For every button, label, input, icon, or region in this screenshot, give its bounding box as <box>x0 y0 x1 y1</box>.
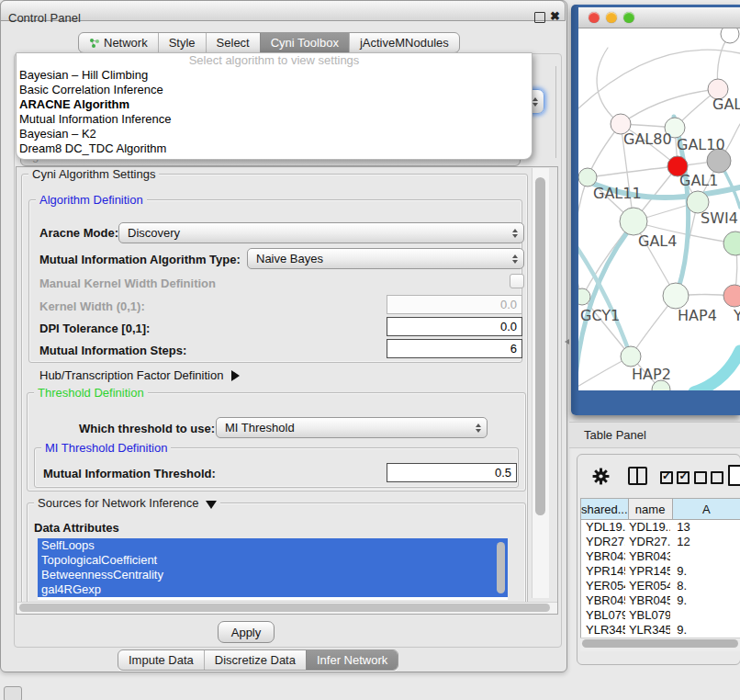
dock-mini-button[interactable] <box>4 686 22 700</box>
table-row[interactable]: YBR045CYBR045C9. <box>581 593 740 608</box>
tab-discretize-data[interactable]: Discretize Data <box>204 650 306 670</box>
data-attributes-list[interactable]: SelfLoopsTopologicalCoefficientBetweenne… <box>38 538 508 600</box>
table-cell[interactable]: YBR045C <box>625 593 670 608</box>
table-cell[interactable]: 13 <box>670 520 740 535</box>
column-header-name[interactable]: name <box>629 499 673 519</box>
mi-algorithm-type-combo[interactable]: Naive Bayes <box>247 248 524 269</box>
table-file-icon[interactable] <box>728 465 740 486</box>
node-green-right[interactable] <box>723 231 740 255</box>
node-table: shared...nameA YDL19...YDL19...13YDR27..… <box>580 498 740 639</box>
node-top-partial[interactable] <box>721 28 739 43</box>
table-cell[interactable]: YBL079W <box>625 608 670 623</box>
attribute-item-gal4rgexp[interactable]: gal4RGexp <box>38 582 508 597</box>
float-window-icon[interactable] <box>534 12 545 23</box>
apply-button[interactable]: Apply <box>218 621 275 643</box>
table-cell[interactable]: YBR045C <box>581 593 625 608</box>
table-cell[interactable]: YPR145W <box>581 564 625 579</box>
mi-steps-field[interactable]: 6 <box>387 339 522 358</box>
table-cell[interactable]: 8. <box>670 579 740 593</box>
network-edge[interactable] <box>694 351 740 390</box>
close-window-icon[interactable]: ✖ <box>550 9 560 23</box>
sources-title[interactable]: Sources for Network Inference <box>34 496 220 510</box>
table-cell[interactable]: YDL19... <box>581 520 625 535</box>
algorithm-option-bayesian-k2[interactable]: Bayesian – K2 <box>17 127 532 141</box>
which-threshold-combo[interactable]: MI Threshold <box>216 417 488 438</box>
table-horizontal-scrollbar-thumb[interactable] <box>582 639 738 648</box>
kernel-width-field[interactable]: 0.0 <box>387 295 522 314</box>
dpi-tolerance-field[interactable]: 0.0 <box>387 317 522 336</box>
network-canvas[interactable]: GAL7GAL80GAL10GAL1GAL11SWI4GAL4GCY1HAP4Y… <box>578 28 740 390</box>
mi-threshold-field[interactable]: 0.5 <box>387 463 517 482</box>
table-cell[interactable]: YBL079W <box>581 608 625 623</box>
table-row[interactable]: YER054CYER054C8. <box>581 579 740 593</box>
panel-divider-grip[interactable] <box>565 339 569 344</box>
node-gal11[interactable] <box>578 168 597 186</box>
tab-impute-data[interactable]: Impute Data <box>118 650 204 670</box>
hub-tf-definition-toggle[interactable]: Hub/Transcription Factor Definition <box>39 368 240 382</box>
control-panel-titlebar[interactable] <box>0 0 566 21</box>
network-edge[interactable] <box>588 166 678 177</box>
table-row[interactable]: YLR345WYLR345W9. <box>581 623 740 638</box>
attribute-item-selfloops[interactable]: SelfLoops <box>38 538 508 553</box>
column-header-a[interactable]: A <box>673 499 740 519</box>
tab-label: Style <box>169 33 196 52</box>
network-edge[interactable] <box>597 48 621 124</box>
cyni-settings-title: Cyni Algorithm Settings <box>28 167 159 181</box>
algorithm-option-aracne-algorithm[interactable]: ARACNE Algorithm <box>17 97 532 112</box>
aracne-mode-combo[interactable]: Discovery <box>118 222 524 243</box>
table-cell[interactable]: YPR145W <box>625 564 670 579</box>
table-cell[interactable]: YER054C <box>581 579 625 593</box>
tab-jactivemnodules[interactable]: jActiveMNodules <box>349 33 459 52</box>
gear-icon[interactable] <box>591 467 611 490</box>
node-hap2[interactable] <box>621 346 641 367</box>
algorithm-option-dream8-dc-tdc-algorithm[interactable]: Dream8 DC_TDC Algorithm <box>17 141 532 156</box>
table-cell[interactable] <box>670 608 740 623</box>
table-cell[interactable]: YLR345W <box>625 623 670 638</box>
zoom-traffic-light-icon[interactable] <box>623 12 634 23</box>
table-cell[interactable]: YDR27... <box>581 535 625 549</box>
node-hap4[interactable] <box>663 283 689 309</box>
tab-cyni-toolbox[interactable]: Cyni Toolbox <box>260 33 349 52</box>
table-cell[interactable]: 12 <box>670 535 740 549</box>
table-cell[interactable]: YDL19... <box>625 520 670 535</box>
attributes-list-scrollbar[interactable] <box>497 542 505 593</box>
table-row[interactable]: YBR043CYBR043C <box>581 549 740 564</box>
settings-vertical-scrollbar-thumb[interactable] <box>535 177 545 515</box>
table-cell[interactable]: YBR043C <box>581 549 625 564</box>
table-row[interactable]: YPR145WYPR145W9. <box>581 564 740 579</box>
tab-style[interactable]: Style <box>158 33 206 52</box>
minimize-traffic-light-icon[interactable] <box>606 12 617 23</box>
column-header-shared[interactable]: shared... <box>581 499 629 519</box>
select-all-checks-icon[interactable] <box>660 471 690 488</box>
attribute-item-betweennesscentrality[interactable]: BetweennessCentrality <box>38 568 508 582</box>
settings-horizontal-scrollbar-thumb[interactable] <box>19 604 550 612</box>
algorithm-option-basic-correlation-inference[interactable]: Basic Correlation Inference <box>17 83 532 97</box>
table-cell[interactable]: YBR043C <box>625 549 670 564</box>
table-cell[interactable]: 9. <box>670 593 740 608</box>
table-cell[interactable]: YLR345W <box>581 623 625 638</box>
attribute-item-topologicalcoefficient[interactable]: TopologicalCoefficient <box>38 553 508 568</box>
network-edge[interactable] <box>578 177 588 297</box>
tab-network[interactable]: Network <box>79 33 158 52</box>
node-gcy1[interactable] <box>578 288 590 305</box>
table-cell[interactable] <box>670 549 740 564</box>
table-cell[interactable]: 9. <box>670 623 740 638</box>
table-row[interactable]: YBL079WYBL079W <box>581 608 740 623</box>
table-cell[interactable]: YER054C <box>625 579 670 593</box>
tab-select[interactable]: Select <box>206 33 260 52</box>
node-gal4[interactable] <box>620 208 647 235</box>
manual-kernel-width-checkbox[interactable] <box>510 274 524 288</box>
deselect-all-checks-icon[interactable] <box>694 471 723 488</box>
table-cell[interactable]: 9. <box>670 564 740 579</box>
close-traffic-light-icon[interactable] <box>589 12 600 23</box>
tab-infer-network[interactable]: Infer Network <box>306 650 398 670</box>
network-view[interactable]: GAL7GAL80GAL10GAL1GAL11SWI4GAL4GCY1HAP4Y… <box>578 28 740 390</box>
algorithm-option-bayesian-hill-climbing[interactable]: Bayesian – Hill Climbing <box>17 68 532 83</box>
table-cell[interactable]: YDR27... <box>625 535 670 549</box>
algorithm-option-mutual-information-inference[interactable]: Mutual Information Inference <box>17 112 532 127</box>
table-row[interactable]: YDL19...YDL19...13 <box>581 520 740 535</box>
node-salmon-right[interactable] <box>723 285 740 307</box>
table-row[interactable]: YDR27...YDR27...12 <box>581 535 740 549</box>
network-window-titlebar[interactable] <box>578 7 740 28</box>
split-columns-icon[interactable] <box>628 467 647 485</box>
